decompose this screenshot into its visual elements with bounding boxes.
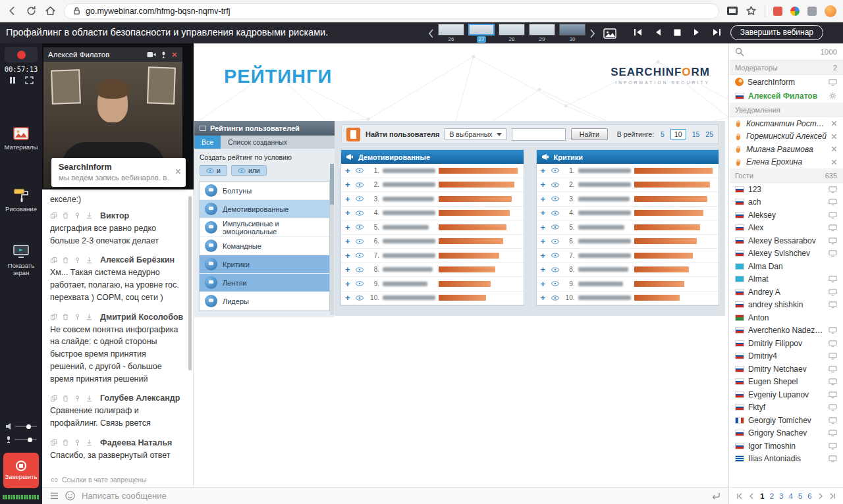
category-item[interactable]: Лидеры [200,292,329,311]
dismiss-notification-icon[interactable] [831,134,837,139]
guest-row[interactable]: Evgeniy Lupanov [729,388,843,401]
block-user-icon[interactable] [86,212,93,219]
eye-icon[interactable] [355,182,364,188]
guest-row[interactable]: Almat [729,273,843,286]
add-icon[interactable]: + [541,223,547,232]
mic-icon[interactable] [161,51,167,59]
guest-row[interactable]: Alex [729,222,843,235]
condition-or-toggle[interactable]: или [231,165,267,176]
pagination-last-icon[interactable] [829,493,836,499]
add-icon[interactable]: + [541,166,547,175]
pagination-prev-icon[interactable] [748,493,755,499]
drawing-button[interactable]: Рисование [0,187,42,213]
bookmark-star-icon[interactable] [746,5,757,16]
eye-icon[interactable] [551,281,560,286]
dismiss-notification-icon[interactable] [831,146,837,152]
eye-icon[interactable] [355,295,364,301]
next-slide-button[interactable] [693,28,700,36]
add-icon[interactable]: + [345,237,352,245]
notification-row[interactable]: Елена Ерохина [729,156,843,169]
delete-message-icon[interactable] [62,313,69,320]
pin-message-icon[interactable] [74,212,81,219]
eye-icon[interactable] [551,182,560,188]
guest-row[interactable]: Alexey Bessarabov [729,234,843,247]
add-icon[interactable]: + [541,280,547,288]
copy-message-icon[interactable] [50,395,57,402]
guest-row[interactable]: Alma Dan [729,260,843,273]
extension-icon-2[interactable] [790,7,800,16]
page-number[interactable]: 4 [789,492,793,500]
chat-menu-icon[interactable] [50,492,59,499]
user-search-input[interactable] [512,128,566,141]
guest-row[interactable]: Aleksey [729,209,843,222]
guest-row[interactable]: andrey shishkin [729,299,843,312]
thumbs-next-icon[interactable] [589,29,595,38]
chat-scrollbar[interactable] [188,196,192,370]
moderator-row[interactable]: SearchInform [729,75,843,89]
refresh-icon[interactable] [26,5,37,16]
notification-row[interactable]: Константин Ростовский [729,117,843,130]
eye-icon[interactable] [551,239,560,244]
guest-row[interactable]: Dmitriy4 [729,350,843,363]
record-button[interactable] [5,47,38,63]
profile-avatar[interactable] [825,5,836,17]
block-user-icon[interactable] [86,257,93,264]
condition-and-toggle[interactable]: и [200,165,227,176]
scope-select[interactable]: В выбранных [445,128,506,140]
guest-row[interactable]: Anton [729,311,843,324]
notification-row[interactable]: Милана Рагимова [729,143,843,156]
pin-message-icon[interactable] [74,439,81,446]
slide-thumbnail-29[interactable]: 29 [528,24,557,43]
moderator-row[interactable]: Алексей Филатов [729,89,843,103]
page-size-option[interactable]: 25 [705,130,713,138]
page-number[interactable]: 2 [770,492,774,500]
slide-thumbnail-30[interactable]: 30 [558,24,587,43]
page-number[interactable]: 5 [798,492,802,500]
send-return-icon[interactable] [711,492,721,500]
add-icon[interactable]: + [345,180,352,189]
guest-row[interactable]: Alexey Svishchev [729,247,843,261]
eye-icon[interactable] [551,267,560,272]
pause-icon[interactable] [9,76,16,84]
mic-volume-control[interactable] [5,436,37,443]
eye-icon[interactable] [355,211,364,216]
add-icon[interactable]: + [345,166,352,175]
pagination-next-icon[interactable] [817,493,824,499]
category-item[interactable]: Лентяи [200,274,329,292]
guest-row[interactable]: ach [729,196,843,209]
fullscreen-icon[interactable] [25,76,34,84]
share-screen-button[interactable]: Показать экран [0,243,42,276]
eye-icon[interactable] [551,168,560,173]
notification-row[interactable]: Гореминский Алексей [729,130,843,143]
dismiss-notification-icon[interactable] [831,120,837,126]
guest-row[interactable]: Georgiy Tomichev [729,414,843,427]
slide-thumbnail-26[interactable]: 26 [437,24,466,43]
guest-row[interactable]: Ilias Antoniadis [729,453,843,466]
guest-row[interactable]: Dmitry Netchaev [729,363,843,376]
delete-message-icon[interactable] [62,257,69,264]
home-icon[interactable] [45,5,56,16]
category-item[interactable]: Демотивированные [200,200,329,218]
copy-message-icon[interactable] [50,439,57,446]
eye-icon[interactable] [551,196,560,201]
eye-icon[interactable] [355,168,364,173]
stop-button[interactable] [674,29,681,36]
category-item[interactable]: Болтуны [200,182,329,200]
add-icon[interactable]: + [541,209,547,217]
guest-row[interactable]: Averchenko Nadezhda [729,324,843,338]
page-number[interactable]: 6 [807,492,811,500]
add-icon[interactable]: + [345,209,352,217]
delete-message-icon[interactable] [62,212,69,219]
back-icon[interactable] [7,5,18,16]
block-user-icon[interactable] [86,439,93,446]
add-icon[interactable]: + [345,223,352,232]
materials-button[interactable]: Материалы [0,126,42,151]
tab-created-list[interactable]: Список созданных [221,136,294,149]
address-bar[interactable]: go.mywebinar.com/hfmg-bqsn-nqmv-trfj [64,3,719,19]
close-video-icon[interactable] [171,51,178,58]
dismiss-notification-icon[interactable] [831,159,837,165]
add-icon[interactable]: + [541,237,547,245]
delete-message-icon[interactable] [62,439,69,446]
add-icon[interactable]: + [541,293,547,302]
pin-message-icon[interactable] [74,257,81,264]
